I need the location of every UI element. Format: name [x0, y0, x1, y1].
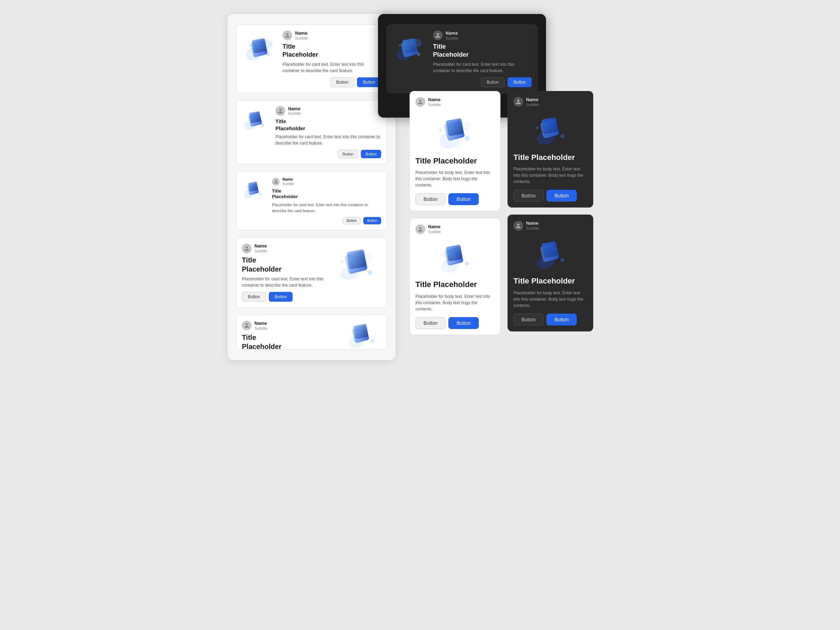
- card-v2-light: Name Subtitle: [409, 218, 501, 335]
- card-2-avatar: [275, 106, 285, 116]
- card-3-subtitle: Subtitle: [283, 182, 294, 186]
- card-5-name: Name: [254, 321, 267, 326]
- card-v1-btn-outline[interactable]: Button: [415, 193, 445, 205]
- card-5-title: TitlePlaceholder: [242, 333, 339, 350]
- card-2-subtitle: Subtitle: [288, 111, 301, 116]
- card-v1-body: Placeholder for body text. Enter text in…: [415, 169, 494, 188]
- card-5-light: Name Subtitle TitlePlaceholder: [236, 315, 387, 350]
- card-3-user-info: Name Subtitle: [283, 177, 294, 186]
- svg-point-35: [439, 128, 442, 132]
- card-1-light: Name Subtitle TitlePlaceholder Placehold…: [236, 25, 387, 93]
- card-vd1-btn-outline[interactable]: Button: [513, 190, 543, 202]
- svg-point-13: [259, 193, 261, 195]
- card-3-avatar: [272, 178, 279, 185]
- card-v1-name: Name: [428, 97, 441, 103]
- card-1-image: [242, 30, 277, 65]
- card-1-user-info: Name Subtitle: [295, 30, 308, 41]
- card-vd2: Name Subtitle: [507, 215, 593, 331]
- card-v2-btn-row: Button Button: [415, 317, 494, 329]
- svg-point-44: [561, 134, 565, 138]
- card-vd2-btn-row: Button Button: [513, 314, 587, 325]
- card-1-dark-user-row: Name Subtitle: [433, 30, 532, 41]
- card-1-btn-primary[interactable]: Button: [357, 77, 381, 87]
- card-3-btn-primary[interactable]: Button: [363, 217, 381, 224]
- card-vd1-btn-primary[interactable]: Button: [546, 190, 576, 202]
- left-panel: Name Subtitle TitlePlaceholder Placehold…: [227, 14, 395, 360]
- svg-rect-8: [249, 111, 261, 123]
- card-vd1-avatar: [513, 97, 523, 107]
- card-1-dark-user-info: Name Subtitle: [445, 30, 458, 41]
- card-v1-btn-primary[interactable]: Button: [448, 193, 478, 205]
- card-vd1: Name Subtitle: [507, 91, 593, 208]
- card-3-btn-outline[interactable]: Button: [343, 217, 360, 224]
- card-vd2-btn-primary[interactable]: Button: [546, 314, 576, 325]
- card-v2-avatar: [415, 224, 425, 234]
- card-vd1-user-info: Name Subtitle: [526, 97, 539, 107]
- card-vd2-user-row: Name Subtitle: [513, 221, 587, 231]
- svg-point-45: [536, 126, 538, 129]
- card-1-dark-image: [392, 30, 427, 65]
- card-vd1-image: [513, 111, 587, 149]
- svg-point-39: [465, 261, 469, 266]
- card-3-light: Name Subtitle TitlePlaceholder Placehold…: [236, 171, 387, 230]
- card-5-user-row: Name Subtitle: [242, 321, 339, 331]
- card-1-name: Name: [295, 30, 308, 36]
- card-4-btn-outline[interactable]: Button: [242, 292, 266, 302]
- card-5-subtitle: Subtitle: [254, 326, 267, 331]
- card-v2-user-row: Name Subtitle: [415, 224, 494, 234]
- card-v1-light: Name Subtitle: [409, 91, 501, 211]
- svg-point-9: [261, 123, 264, 126]
- svg-point-19: [340, 260, 344, 264]
- card-1-dark-btn-primary[interactable]: Button: [507, 77, 532, 87]
- card-1-subtitle: Subtitle: [295, 36, 308, 41]
- card-v2-image: [415, 238, 494, 276]
- card-4-name: Name: [254, 243, 267, 249]
- card-5-avatar: [242, 321, 252, 330]
- card-v2-btn-outline[interactable]: Button: [415, 317, 445, 329]
- card-1-title: TitlePlaceholder: [283, 43, 381, 59]
- card-v2-subtitle: Subtitle: [428, 230, 441, 234]
- svg-point-23: [371, 339, 374, 343]
- card-1-dark-btn-row: Button Button: [433, 77, 532, 87]
- card-1-btn-outline[interactable]: Button: [330, 77, 355, 87]
- card-5-user-info: Name Subtitle: [254, 321, 267, 331]
- card-2-title: TitlePlaceholder: [275, 118, 381, 132]
- card-vd2-image: [513, 234, 587, 273]
- card-4-btn-primary[interactable]: Button: [269, 292, 293, 302]
- svg-rect-38: [446, 244, 463, 261]
- card-2-btn-outline[interactable]: Button: [338, 150, 358, 158]
- card-2-btn-primary[interactable]: Button: [361, 150, 381, 158]
- card-v1-subtitle: Subtitle: [428, 103, 441, 107]
- card-1-dark-body: Placeholder for card text. Enter text in…: [433, 61, 532, 74]
- card-4-content: Name Subtitle TitlePlaceholder Placehold…: [242, 243, 328, 302]
- svg-point-5: [248, 44, 251, 47]
- card-1-dark-btn-outline[interactable]: Button: [481, 77, 505, 87]
- card-1-body: Placeholder for card text. Enter text in…: [283, 61, 381, 74]
- card-5-image: [346, 321, 381, 350]
- card-v2-btn-primary[interactable]: Button: [448, 317, 478, 329]
- card-4-avatar: [242, 243, 252, 253]
- card-1-dark-avatar: [433, 30, 443, 40]
- card-vd2-subtitle: Subtitle: [526, 226, 539, 231]
- svg-point-49: [561, 258, 565, 262]
- card-v1-user-info: Name Subtitle: [428, 97, 441, 107]
- far-right-column: Name Subtitle: [507, 91, 593, 332]
- card-vd1-user-row: Name Subtitle: [513, 97, 587, 107]
- card-3-title: TitlePlaceholder: [272, 188, 381, 200]
- card-2-light: Name Subtitle TitlePlaceholder Placehold…: [236, 100, 387, 164]
- card-4-subtitle: Subtitle: [254, 249, 267, 253]
- card-4-user-info: Name Subtitle: [254, 243, 267, 253]
- card-4-btn-row: Button Button: [242, 292, 328, 302]
- card-v1-user-row: Name Subtitle: [415, 97, 494, 107]
- card-vd2-body: Placeholder for body text. Enter text in…: [513, 290, 587, 309]
- card-v2-title: Title Placeholder: [415, 279, 494, 290]
- svg-point-4: [266, 52, 270, 56]
- card-1-dark: Name Subtitle TitlePlaceholder Placehold…: [387, 25, 538, 93]
- card-vd2-btn-outline[interactable]: Button: [513, 314, 543, 325]
- card-vd2-avatar: [513, 221, 523, 231]
- card-v2-body: Placeholder for body text. Enter text in…: [415, 293, 494, 312]
- card-v2-name: Name: [428, 224, 441, 230]
- card-vd2-user-info: Name Subtitle: [526, 221, 539, 231]
- card-4-body: Placeholder for card text. Enter text in…: [242, 276, 328, 288]
- card-4-title: TitlePlaceholder: [242, 256, 328, 274]
